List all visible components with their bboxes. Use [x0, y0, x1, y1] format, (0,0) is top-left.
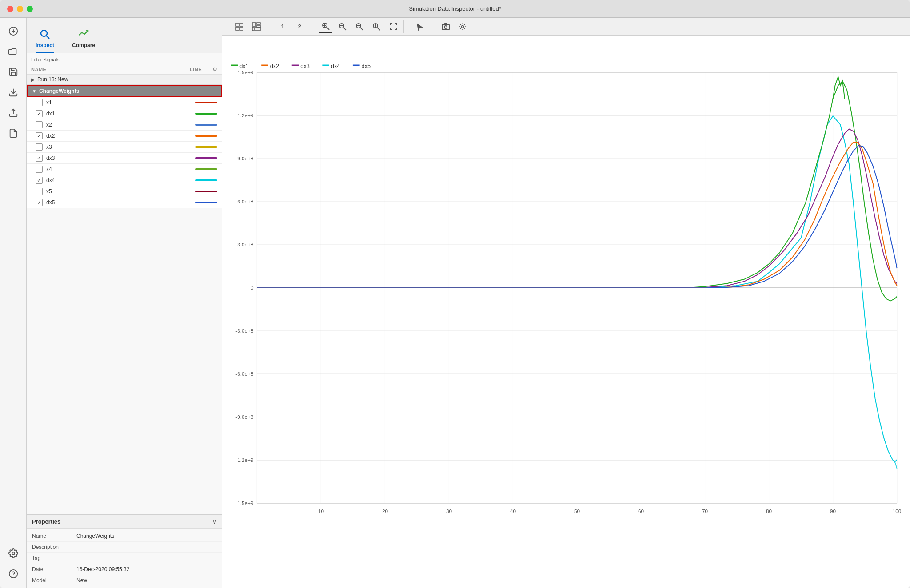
signal-name-x3: x3	[46, 144, 195, 150]
chart-content[interactable]: dx1 dx2 dx3 dx4 dx5	[222, 36, 910, 588]
chart-settings-btn[interactable]	[456, 20, 469, 33]
svg-text:6.0e+8: 6.0e+8	[237, 199, 254, 204]
svg-text:40: 40	[510, 508, 516, 514]
signal-row-x5: x5	[27, 186, 222, 197]
signal-name-x4: x4	[46, 166, 195, 172]
properties-collapse-icon[interactable]: ∨	[212, 519, 216, 525]
signal-line-dx3	[195, 157, 217, 159]
checkbox-x4[interactable]	[36, 166, 43, 173]
signal-name-dx2: dx2	[46, 133, 195, 139]
svg-rect-37	[261, 65, 268, 66]
prop-row-model: Model New	[27, 575, 222, 586]
group-header[interactable]: ▼ ChangeWeights	[27, 85, 222, 97]
folder-icon[interactable]	[4, 43, 22, 60]
minimize-button[interactable]	[17, 6, 23, 12]
svg-line-24	[343, 28, 346, 30]
window-title: Simulation Data Inspector - untitled*	[409, 5, 501, 12]
cursor-btn[interactable]	[413, 20, 426, 33]
filter-label: Filter Signals	[31, 57, 217, 62]
svg-text:dx3: dx3	[300, 63, 310, 69]
traffic-lights	[7, 6, 33, 12]
zoom-y-btn[interactable]	[370, 20, 383, 33]
svg-text:60: 60	[638, 508, 644, 514]
svg-text:70: 70	[702, 508, 708, 514]
toolbar-zoom-group	[315, 20, 404, 33]
signal-name-dx4: dx4	[46, 177, 195, 183]
help-icon[interactable]	[4, 565, 22, 583]
single-layout-btn[interactable]	[233, 20, 246, 33]
checkbox-dx3[interactable]: ✓	[36, 155, 43, 162]
svg-point-8	[41, 30, 47, 36]
svg-text:-3.0e+8: -3.0e+8	[235, 328, 254, 334]
checkbox-dx2[interactable]: ✓	[36, 132, 43, 139]
inspect-tab-label: Inspect	[36, 42, 54, 48]
filter-settings-icon[interactable]: ⚙	[212, 66, 217, 72]
prop-row-tag: Tag	[27, 553, 222, 564]
signal-row-x2: x2	[27, 119, 222, 131]
checkbox-x1[interactable]	[36, 99, 43, 106]
svg-rect-15	[257, 23, 260, 24]
upload-icon[interactable]	[4, 104, 22, 122]
svg-rect-14	[252, 23, 256, 26]
checkbox-x5[interactable]	[36, 188, 43, 195]
svg-rect-10	[236, 23, 239, 26]
svg-rect-18	[255, 27, 260, 31]
snapshot-btn[interactable]	[439, 20, 452, 33]
tab-bar: Inspect Compare	[27, 18, 222, 53]
prop-row-name: Name ChangeWeights	[27, 531, 222, 542]
svg-text:-1.2e+9: -1.2e+9	[235, 457, 253, 463]
zoom-x-btn[interactable]	[353, 20, 366, 33]
signal-line-x4	[195, 168, 217, 170]
svg-text:10: 10	[318, 508, 324, 514]
file-icon[interactable]	[4, 124, 22, 142]
svg-rect-41	[322, 65, 329, 66]
app-window: Simulation Data Inspector - untitled*	[0, 0, 910, 588]
prop-val-date: 16-Dec-2020 09:55:32	[76, 566, 129, 572]
title-bar: Simulation Data Inspector - untitled*	[0, 0, 910, 18]
fit-view-btn[interactable]	[387, 20, 400, 33]
chart-svg: dx1 dx2 dx3 dx4 dx5	[222, 36, 910, 588]
checkbox-dx4[interactable]: ✓	[36, 177, 43, 184]
svg-text:1.5e+9: 1.5e+9	[237, 69, 253, 75]
save-icon[interactable]	[4, 63, 22, 81]
prop-key-model: Model	[32, 577, 76, 584]
tab-compare[interactable]: Compare	[72, 28, 95, 53]
chart-toolbar: 1 2	[222, 18, 910, 36]
run-header[interactable]: ▶ Run 13: New	[27, 75, 222, 85]
signal-line-x2	[195, 124, 217, 126]
signal-line-dx4	[195, 179, 217, 181]
svg-rect-12	[236, 27, 239, 30]
grid-layout-btn[interactable]	[250, 20, 263, 33]
settings-icon[interactable]	[4, 544, 22, 562]
group-name: ChangeWeights	[39, 88, 79, 94]
prop-key-date: Date	[32, 566, 76, 572]
zoom-out-btn[interactable]	[336, 20, 349, 33]
signal-line-x5	[195, 191, 217, 192]
checkbox-dx5[interactable]: ✓	[36, 199, 43, 206]
properties-title: Properties	[32, 518, 60, 525]
prop-key-tag: Tag	[32, 555, 76, 561]
signal-line-dx2	[195, 135, 217, 137]
svg-text:90: 90	[830, 508, 836, 514]
checkbox-x3[interactable]	[36, 143, 43, 151]
signal-row-x3: x3	[27, 142, 222, 153]
close-button[interactable]	[7, 6, 13, 12]
num1-btn[interactable]: 1	[276, 20, 289, 33]
add-icon[interactable]	[4, 22, 22, 40]
maximize-button[interactable]	[27, 6, 33, 12]
signal-row-dx5: ✓ dx5	[27, 197, 222, 208]
signal-name-dx5: dx5	[46, 199, 195, 206]
signal-row-dx3: ✓ dx3	[27, 153, 222, 164]
svg-text:20: 20	[382, 508, 388, 514]
num2-btn[interactable]: 2	[293, 20, 306, 33]
prop-key-description: Description	[32, 544, 76, 550]
signal-row-dx2: ✓ dx2	[27, 131, 222, 142]
download-icon[interactable]	[4, 83, 22, 101]
tab-inspect[interactable]: Inspect	[36, 28, 54, 53]
zoom-in-btn[interactable]	[319, 20, 332, 33]
checkbox-dx1[interactable]: ✓	[36, 110, 43, 117]
prop-row-description: Description	[27, 542, 222, 553]
toolbar-cursor-group	[409, 20, 430, 33]
properties-header[interactable]: Properties ∨	[27, 515, 222, 529]
checkbox-x2[interactable]	[36, 121, 43, 128]
